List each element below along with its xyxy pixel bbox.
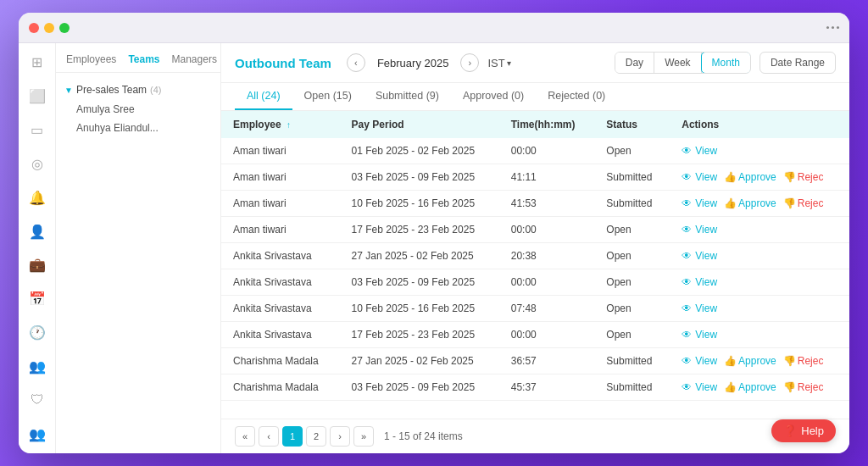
action-view-button[interactable]: 👁 View (682, 171, 717, 183)
thumb-down-icon: 👎 (783, 197, 796, 209)
action-approve-button[interactable]: 👍 Approve (724, 355, 776, 367)
action-view-button[interactable]: 👁 View (682, 197, 717, 209)
view-date-range-button[interactable]: Date Range (760, 52, 836, 74)
cell-pay-period: 01 Feb 2025 - 02 Feb 2025 (340, 138, 499, 164)
page-last-button[interactable]: » (353, 426, 374, 447)
cell-status: Open (594, 296, 670, 322)
nav-monitor-icon[interactable]: ⬜ (25, 87, 49, 106)
maximize-button[interactable] (59, 23, 70, 33)
action-view-button[interactable]: 👁 View (682, 224, 717, 236)
cell-pay-period: 17 Feb 2025 - 23 Feb 2025 (340, 217, 499, 243)
action-approve-button[interactable]: 👍 Approve (724, 197, 776, 209)
action-view-button[interactable]: 👁 View (682, 329, 717, 341)
filter-tab-submitted[interactable]: Submitted (9) (364, 83, 451, 110)
help-icon: ❓ (783, 424, 797, 437)
col-employee: Employee ↑ (221, 111, 340, 138)
close-button[interactable] (29, 23, 39, 33)
cell-actions: 👁 View (670, 243, 849, 269)
action-view-button[interactable]: 👁 View (682, 302, 717, 314)
title-bar (19, 13, 849, 43)
action-reject-button[interactable]: 👎 Rejec (783, 381, 824, 393)
cell-actions: 👁 View (670, 269, 849, 296)
tab-teams[interactable]: Teams (125, 52, 163, 67)
table-row: Ankita Srivastava 17 Feb 2025 - 23 Feb 2… (221, 322, 849, 348)
page-prev-button[interactable]: ‹ (259, 426, 279, 447)
nav-people-icon[interactable]: 👥 (25, 424, 49, 443)
action-view-button[interactable]: 👁 View (682, 145, 717, 157)
nav-group-icon[interactable]: 👥 (25, 357, 49, 375)
eye-icon: 👁 (682, 381, 692, 393)
tree-arrow-icon: ▼ (64, 86, 73, 95)
nav-shield-icon[interactable]: 🛡 (25, 391, 49, 409)
nav-briefcase-icon[interactable]: 💼 (25, 256, 49, 275)
page-next-button[interactable]: › (330, 426, 350, 447)
action-approve-button[interactable]: 👍 Approve (724, 381, 776, 393)
nav-tree: ▼ Pre-sales Team (4) Amulya Sree Anuhya … (56, 73, 220, 144)
action-view-button[interactable]: 👁 View (682, 381, 717, 393)
thumb-up-icon: 👍 (724, 171, 737, 183)
next-month-button[interactable]: › (460, 53, 479, 72)
cell-time: 45:37 (499, 374, 595, 401)
eye-icon: 👁 (682, 145, 692, 157)
nav-tv-icon[interactable]: ▭ (25, 121, 49, 140)
cell-status: Submitted (594, 164, 670, 191)
traffic-lights (29, 23, 70, 33)
nav-calendar-icon[interactable]: 📅 (25, 290, 49, 308)
prev-month-button[interactable]: ‹ (347, 53, 365, 72)
tab-managers[interactable]: Managers (169, 52, 220, 67)
nav-grid-icon[interactable]: ⊞ (25, 53, 49, 72)
cell-status: Open (594, 243, 670, 269)
view-week-button[interactable]: Week (654, 53, 701, 73)
minimize-button[interactable] (44, 23, 54, 33)
cell-status: Submitted (594, 374, 670, 401)
cell-status: Open (594, 138, 670, 164)
month-label: February 2025 (377, 57, 449, 69)
timezone-selector[interactable]: IST ▾ (487, 57, 510, 69)
filter-tab-approved[interactable]: Approved (0) (451, 83, 536, 110)
action-reject-button[interactable]: 👎 Rejec (783, 171, 824, 183)
nav-panel: Employees Teams Managers ▼ Pre-sales Tea… (56, 43, 221, 453)
page-1-button[interactable]: 1 (282, 426, 303, 447)
filter-tab-rejected[interactable]: Rejected (0) (536, 83, 617, 110)
page-first-button[interactable]: « (235, 426, 255, 447)
nav-target-icon[interactable]: ◎ (25, 154, 49, 173)
tree-group-count: (4) (150, 85, 161, 95)
tree-group-item[interactable]: ▼ Pre-sales Team (4) (56, 80, 220, 100)
action-reject-button[interactable]: 👎 Rejec (783, 355, 824, 367)
cell-actions: 👁 View (670, 296, 849, 322)
eye-icon: 👁 (682, 355, 692, 367)
cell-actions: 👁 View (670, 322, 849, 348)
action-view-button[interactable]: 👁 View (682, 355, 717, 367)
action-view-button[interactable]: 👁 View (682, 276, 717, 288)
nav-person-icon[interactable]: 👤 (25, 222, 49, 241)
sort-icon[interactable]: ↑ (287, 120, 291, 130)
pagination-info: 1 - 15 of 24 items (384, 430, 463, 442)
cell-pay-period: 03 Feb 2025 - 09 Feb 2025 (340, 269, 499, 296)
filter-tab-open[interactable]: Open (15) (292, 83, 364, 110)
table-header-row: Employee ↑ Pay Period Time(hh:mm) Status… (221, 111, 849, 138)
tree-child-1[interactable]: Anuhya Eliandul... (56, 119, 220, 137)
help-label: Help (801, 424, 824, 437)
thumb-down-icon: 👎 (783, 171, 796, 183)
action-reject-button[interactable]: 👎 Rejec (783, 197, 824, 209)
team-title: Outbound Team (235, 56, 331, 70)
nav-clock-icon[interactable]: 🕐 (25, 324, 49, 342)
cell-employee: Charishma Madala (221, 348, 340, 374)
action-approve-button[interactable]: 👍 Approve (724, 171, 776, 183)
view-month-button[interactable]: Month (701, 52, 751, 74)
cell-time: 00:00 (499, 269, 595, 296)
action-view-button[interactable]: 👁 View (682, 250, 717, 262)
eye-icon: 👁 (682, 171, 692, 183)
view-day-button[interactable]: Day (615, 53, 654, 73)
page-2-button[interactable]: 2 (306, 426, 326, 447)
help-button[interactable]: ❓ Help (771, 419, 836, 442)
cell-pay-period: 10 Feb 2025 - 16 Feb 2025 (340, 191, 499, 217)
tree-child-0[interactable]: Amulya Sree (56, 100, 220, 119)
filter-tabs-row: All (24) Open (15) Submitted (9) Approve… (221, 83, 849, 111)
filter-tab-all[interactable]: All (24) (235, 83, 292, 110)
cell-time: 36:57 (499, 348, 595, 374)
tab-employees[interactable]: Employees (63, 52, 120, 67)
cell-employee: Aman tiwari (221, 138, 340, 164)
nav-bell-icon[interactable]: 🔔 (25, 188, 49, 207)
cell-time: 00:00 (499, 322, 595, 348)
